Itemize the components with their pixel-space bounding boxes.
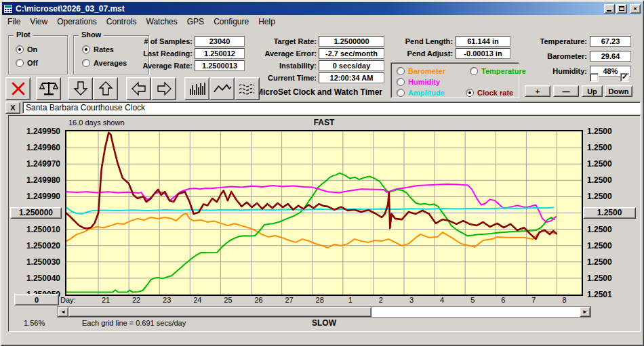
- scroll-left-button[interactable]: [126, 77, 151, 100]
- minus-button[interactable]: —: [553, 85, 579, 97]
- radio-barometer[interactable]: Barometer: [397, 66, 445, 76]
- radio-circle[interactable]: [82, 45, 90, 53]
- temperature-value: 67.23: [590, 36, 631, 47]
- comment-clear-button[interactable]: X: [5, 102, 20, 114]
- left-tick: 1.249970: [10, 158, 60, 169]
- down-arrow-icon: [73, 81, 89, 97]
- menu-controls[interactable]: Controls: [102, 17, 142, 26]
- right-tick: 1.2501: [587, 289, 636, 300]
- radio-circle[interactable]: [470, 67, 478, 75]
- barometer-label: Barometer:: [485, 51, 587, 62]
- radio-label: Amplitude: [408, 89, 445, 97]
- shift-down-button[interactable]: [68, 77, 93, 100]
- radio-clock-rate[interactable]: Clock rate: [466, 88, 513, 98]
- left-tick: 1.249950: [10, 126, 60, 137]
- radio-circle[interactable]: [16, 59, 24, 67]
- menu-gps[interactable]: GPS: [182, 17, 209, 26]
- chart-scrollbar[interactable]: ◄ ►: [57, 306, 591, 318]
- radio-circle[interactable]: [397, 78, 405, 86]
- left-tick: 1.249980: [10, 175, 60, 186]
- shift-up-button[interactable]: [93, 77, 118, 100]
- radio-amplitude[interactable]: Amplitude: [397, 88, 445, 98]
- plot-group-label: Plot: [14, 30, 33, 39]
- up-button[interactable]: Up: [582, 85, 603, 97]
- radio-off[interactable]: Off: [16, 58, 38, 68]
- titlebar[interactable]: C:\microset\2026_03_07.mst ×: [2, 2, 642, 15]
- comment-input[interactable]: [22, 102, 641, 114]
- balance-button[interactable]: [36, 77, 61, 100]
- radio-on[interactable]: On: [16, 45, 37, 54]
- right-tick: 1.2500: [587, 142, 636, 153]
- scrollbar-right-arrow[interactable]: ►: [580, 307, 590, 317]
- day-tick: 2: [373, 296, 389, 304]
- scrollbar-thumb[interactable]: [68, 307, 371, 317]
- radio-label: Humidity: [408, 78, 440, 86]
- close-button[interactable]: ×: [630, 4, 641, 14]
- minimize-icon: [607, 10, 611, 12]
- right-axis-center-button[interactable]: 1.2500: [583, 207, 636, 219]
- histogram-icon: [188, 81, 206, 97]
- menu-configure[interactable]: Configure: [209, 17, 254, 26]
- series-clock_rate: [66, 133, 557, 239]
- minimize-button[interactable]: [604, 4, 615, 14]
- right-tick: 1.2500: [587, 175, 636, 186]
- radio-label: On: [27, 45, 37, 53]
- close-icon: ×: [633, 5, 637, 12]
- average_rate-label: Average Rate:: [91, 60, 193, 71]
- temperature-label: Temperature:: [485, 36, 587, 47]
- maximize-button[interactable]: [616, 4, 627, 14]
- smooth-view-button[interactable]: [235, 77, 260, 100]
- scrollbar-left-arrow[interactable]: ◄: [58, 307, 68, 317]
- left-tick: 1.250030: [10, 257, 60, 267]
- day-tick: 28: [312, 296, 328, 304]
- day-tick: 3: [403, 296, 420, 304]
- day-tick: 8: [557, 296, 573, 304]
- radio-humidity[interactable]: Humidity: [397, 77, 440, 87]
- histogram-view-button[interactable]: [184, 77, 209, 100]
- menu-view[interactable]: View: [25, 17, 52, 26]
- day-tick: 22: [128, 296, 144, 304]
- pend_length-label: Pend Length:: [351, 36, 453, 47]
- wavy-lines-icon: [238, 81, 257, 97]
- radio-circle[interactable]: [16, 45, 24, 53]
- right-tick: 1.2500: [587, 158, 636, 169]
- left-checkbox[interactable]: [590, 73, 599, 82]
- radio-circle[interactable]: [397, 89, 405, 97]
- zigzag-line-icon: [213, 81, 232, 97]
- plus-button[interactable]: +: [525, 85, 550, 97]
- radio-circle[interactable]: [466, 89, 474, 97]
- day-tick: 21: [98, 296, 114, 304]
- fast-label: FAST: [66, 118, 582, 127]
- radio-circle[interactable]: [397, 67, 405, 75]
- day-tick: 26: [251, 296, 267, 304]
- menu-watches[interactable]: Watches: [142, 17, 182, 26]
- app-window: C:\microset\2026_03_07.mst × FileViewOpe…: [0, 0, 644, 346]
- balance-scale-icon: [39, 80, 58, 98]
- menu-file[interactable]: File: [3, 17, 25, 26]
- series-humidity: [66, 184, 556, 222]
- menu-help[interactable]: Help: [254, 17, 280, 26]
- line-view-button[interactable]: [209, 77, 235, 100]
- pend_adjust-label: Pend Adjust:: [351, 48, 453, 59]
- zero-button[interactable]: 0: [14, 294, 59, 305]
- radio-circle[interactable]: [82, 59, 90, 67]
- right-tick: 1.2500: [587, 240, 636, 251]
- menu-operations[interactable]: Operations: [52, 17, 102, 26]
- delete-button[interactable]: [5, 77, 31, 100]
- maximize-icon: [619, 6, 624, 11]
- day-tick: 7: [525, 296, 542, 304]
- left-axis-center-button[interactable]: 1.250000: [10, 207, 62, 219]
- left-tick: 1.250010: [10, 224, 60, 235]
- down-button[interactable]: Down: [605, 85, 632, 97]
- radio-label: Off: [27, 59, 38, 67]
- radio-temperature[interactable]: Temperature: [470, 66, 526, 76]
- left-tick: 1.250040: [10, 273, 60, 284]
- right-checkbox[interactable]: [620, 73, 629, 82]
- day-axis-prefix: Day:: [60, 296, 76, 304]
- last_reading-label: Last Reading:: [91, 48, 193, 59]
- slow-label: SLOW: [66, 318, 582, 328]
- window-title: C:\microset\2026_03_07.mst: [16, 4, 603, 14]
- plot-area[interactable]: [65, 130, 583, 296]
- scroll-right-button[interactable]: [151, 77, 176, 100]
- chart-panel: 16.0 days shown FAST 1.2499501.2499601.2…: [8, 115, 641, 332]
